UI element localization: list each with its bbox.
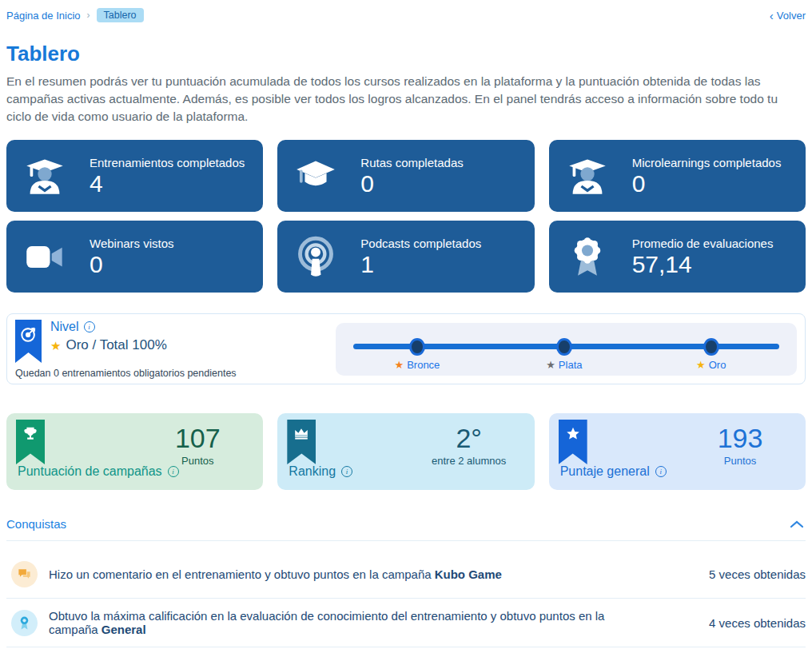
achievements-section: Conquistas Hizo un comentario en el entr… (6, 514, 806, 653)
score-unit: entre 2 alumnos (431, 455, 508, 467)
progress-marker-plata (556, 338, 572, 356)
score-unit: Puntos (159, 455, 236, 467)
score-label: Puntaje general (560, 464, 650, 479)
achievement-row: Aprobó la evaluación de conocimiento del… (6, 647, 806, 653)
level-panel: Nivel i ★ Oro / Total 100% Quedan 0 entr… (6, 313, 806, 384)
back-button[interactable]: ‹ Volver (770, 10, 806, 22)
score-label: Puntuación de campañas (18, 464, 162, 479)
back-label: Volver (777, 10, 806, 22)
level-progress: ★ Bronce ★ Plata ★ Oro (336, 323, 797, 376)
stat-value: 4 (90, 170, 245, 197)
dashboard-page: Página de Inicio › Tablero ‹ Volver Tabl… (0, 0, 812, 653)
crown-badge-icon (287, 420, 316, 464)
progress-marker-bronce (409, 338, 425, 356)
medal-icon (11, 610, 38, 636)
stat-label: Podcasts completados (360, 237, 481, 250)
stat-value: 57,14 (632, 251, 774, 277)
progress-marker-oro (703, 338, 719, 356)
mortarboard-icon (295, 155, 336, 197)
level-pending-text: Quedan 0 entrenamientos obligatorios pen… (15, 368, 237, 379)
stat-label: Promedio de evaluaciones (632, 237, 774, 250)
achievements-title: Conquistas (6, 517, 66, 531)
campaign-name: General (102, 623, 146, 636)
milestone-bronce: ★ Bronce (395, 359, 440, 371)
level-label: Nivel (50, 320, 79, 334)
chevron-right-icon: › (87, 10, 90, 21)
score-value: 193 (702, 424, 778, 453)
stat-value: 0 (632, 170, 782, 197)
achievement-text: Obtuvo la máxima calificación en la eval… (49, 609, 693, 636)
award-ribbon-icon (567, 236, 608, 277)
video-camera-icon (24, 236, 66, 277)
graduate-icon (567, 155, 608, 197)
trophy-badge-icon (16, 420, 45, 464)
score-card-ranking: Ranking i 2° entre 2 alumnos (277, 413, 534, 490)
star-icon: ★ (50, 340, 61, 352)
stat-value: 0 (90, 251, 174, 277)
achievement-row: Obtuvo la máxima calificación en la eval… (6, 599, 806, 647)
score-grid: Puntuación de campañas i 107 Puntos Rank… (6, 413, 806, 490)
stat-card-promedio: Promedio de evaluaciones 57,14 (549, 221, 806, 293)
achievement-row: Hizo un comentario en el entrenamiento y… (6, 551, 806, 599)
score-label: Ranking (289, 464, 336, 479)
stat-value: 0 (360, 170, 463, 197)
score-value: 2° (431, 424, 508, 453)
breadcrumb-home-link[interactable]: Página de Inicio (6, 10, 81, 22)
comments-icon (11, 561, 38, 587)
info-icon[interactable]: i (655, 466, 667, 477)
stat-value: 1 (360, 251, 481, 277)
breadcrumb-current: Tablero (97, 8, 144, 22)
chevron-up-icon[interactable] (790, 520, 804, 529)
achievement-text: Hizo un comentario en el entrenamiento y… (49, 567, 693, 581)
target-badge-icon (15, 320, 42, 363)
stats-grid: Entrenamientos completados 4 Rutas compl… (6, 140, 806, 293)
star-icon: ★ (395, 360, 404, 370)
stat-card-podcasts: Podcasts completados 1 (277, 221, 534, 293)
score-card-campaigns: Puntuación de campañas i 107 Puntos (6, 413, 263, 490)
score-value: 107 (159, 424, 236, 453)
info-icon[interactable]: i (168, 466, 179, 477)
stat-label: Entrenamientos completados (90, 156, 245, 169)
star-icon: ★ (546, 360, 555, 370)
stat-label: Microlearnings completados (632, 156, 782, 169)
breadcrumb: Página de Inicio › Tablero (6, 8, 144, 22)
stat-card-entrenamientos: Entrenamientos completados 4 (6, 140, 263, 212)
achievement-count: 4 veces obtenidas (709, 616, 806, 630)
page-title: Tablero (6, 42, 806, 66)
graduate-icon (24, 155, 66, 197)
chevron-left-icon: ‹ (770, 10, 774, 22)
milestone-oro: ★ Oro (696, 359, 726, 371)
score-unit: Puntos (702, 455, 778, 467)
level-current-value: Oro / Total 100% (66, 337, 166, 353)
star-icon: ★ (696, 360, 706, 370)
page-description: En el resumen podrás ver tu puntuación a… (6, 73, 806, 125)
info-icon[interactable]: i (341, 466, 352, 477)
podcast-icon (295, 236, 336, 277)
stat-card-webinars: Webinars vistos 0 (6, 221, 263, 293)
stat-card-rutas: Rutas completadas 0 (277, 140, 534, 212)
stat-label: Webinars vistos (90, 237, 174, 250)
stat-card-microlearnings: Microlearnings completados 0 (549, 140, 806, 212)
campaign-name: Kubo Game (435, 567, 502, 581)
info-icon[interactable]: i (84, 321, 95, 332)
milestone-plata: ★ Plata (546, 359, 582, 371)
score-card-general: Puntaje general i 193 Puntos (549, 413, 806, 490)
achievement-count: 5 veces obtenidas (709, 567, 806, 581)
topbar: Página de Inicio › Tablero ‹ Volver (6, 6, 806, 24)
stat-label: Rutas completadas (360, 156, 463, 169)
star-badge-icon (559, 420, 587, 464)
